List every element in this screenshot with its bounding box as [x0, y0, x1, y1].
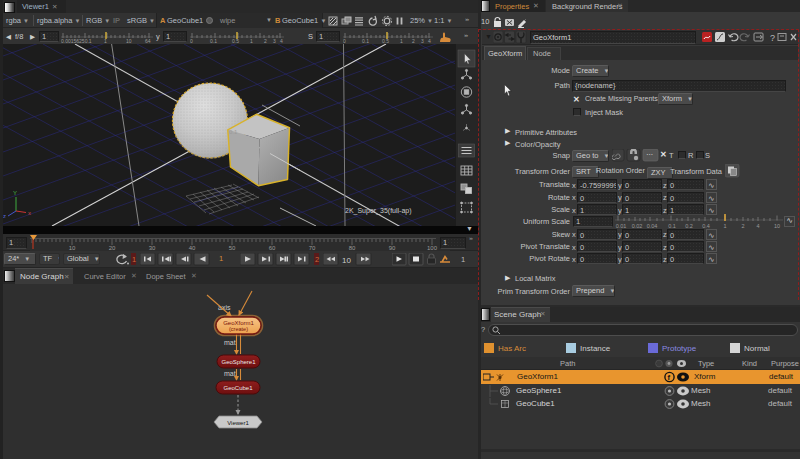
svg-text:Viewer1: Viewer1 — [227, 420, 249, 426]
svg-text:(create): (create) — [229, 326, 248, 332]
svg-text:4: 4 — [756, 223, 759, 229]
svg-text:0.4: 0.4 — [702, 223, 710, 229]
svg-text:0.01: 0.01 — [616, 223, 627, 229]
svg-text:0.1: 0.1 — [229, 129, 238, 135]
svg-text:10: 10 — [774, 223, 780, 229]
svg-text:0.1: 0.1 — [668, 223, 676, 229]
svg-text:mat: mat — [224, 370, 236, 377]
svg-text:GeoXform1: GeoXform1 — [223, 320, 254, 326]
svg-text:⋯: ⋯ — [646, 151, 653, 158]
svg-text:f: f — [668, 373, 671, 382]
svg-text:0.04: 0.04 — [647, 223, 658, 229]
svg-text:0.2: 0.2 — [685, 223, 693, 229]
svg-text:1: 1 — [723, 223, 726, 229]
svg-text:GeoCube1: GeoCube1 — [223, 385, 253, 391]
svg-text:?: ? — [770, 33, 775, 43]
svg-text:GeoSphere1: GeoSphere1 — [221, 359, 256, 365]
svg-text:mat: mat — [224, 339, 236, 346]
svg-text:0.02: 0.02 — [632, 223, 643, 229]
svg-text:2: 2 — [741, 223, 744, 229]
